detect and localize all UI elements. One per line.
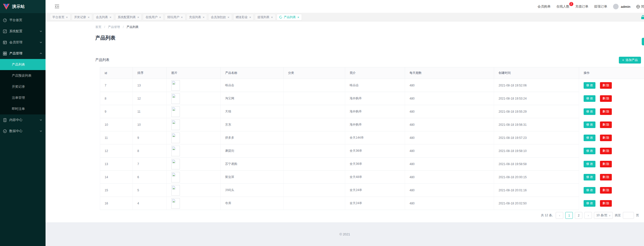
cell-sort: 8 xyxy=(133,144,167,158)
edit-button[interactable]: 修 改 xyxy=(584,121,595,128)
close-icon[interactable]: × xyxy=(159,16,161,19)
edit-button[interactable]: 修 改 xyxy=(584,135,595,141)
tab[interactable]: 平台首页 × xyxy=(50,14,70,20)
close-icon[interactable]: × xyxy=(271,16,273,19)
menu-fold-icon[interactable] xyxy=(55,5,59,8)
col-header-created: 创建时间 xyxy=(494,67,579,79)
add-product-button[interactable]: + 添加产品 xyxy=(619,57,641,64)
delete-button[interactable]: 删 除 xyxy=(600,161,612,167)
sidebar-item-label: 内容中心 xyxy=(9,118,40,122)
tab[interactable]: 会员加扣款 × xyxy=(208,14,232,20)
close-icon[interactable]: × xyxy=(249,16,251,19)
sidebar-item-platform-home[interactable]: 平台首页 xyxy=(0,15,46,26)
cell-image xyxy=(167,118,221,131)
caret-down-icon: ∨ xyxy=(609,214,611,217)
sidebar-item-label: 系统配置 xyxy=(9,29,40,34)
delete-button[interactable]: 删 除 xyxy=(600,108,612,115)
tab[interactable]: 赠送彩金 × xyxy=(233,14,254,20)
delete-button[interactable]: 删 除 xyxy=(600,174,612,180)
close-icon[interactable]: × xyxy=(227,16,229,19)
tab[interactable]: 陪玩用户 × xyxy=(165,14,185,20)
prev-page-button[interactable]: ‹ xyxy=(556,212,563,219)
sidebar-item-data-center[interactable]: 数据中心 xyxy=(0,126,46,137)
breadcrumb-product-management[interactable]: 产品管理 xyxy=(108,25,120,29)
delete-button[interactable]: 删 除 xyxy=(600,121,612,128)
delete-button[interactable]: 删 除 xyxy=(600,200,612,207)
sidebar-item-label: 会员管理 xyxy=(9,40,40,45)
breadcrumb-home[interactable]: 首页 xyxy=(95,25,101,29)
nav-label: 在线人数 xyxy=(556,5,570,8)
broken-image-icon xyxy=(172,81,175,85)
edit-button[interactable]: 修 改 xyxy=(584,95,595,102)
sidebar-item-member-management[interactable]: 会员管理 xyxy=(0,37,46,48)
sidebar-item-product-management[interactable]: 产品管理 xyxy=(0,48,46,59)
jump-suffix: 页 xyxy=(636,213,639,218)
tab[interactable]: 产品列表 × xyxy=(277,14,302,20)
sidebar-subitem-realtime-bets[interactable]: 即时注单 xyxy=(0,103,46,114)
cell-periods: 480 xyxy=(405,184,494,197)
sidebar-subitem-lottery-records[interactable]: 开奖记录 xyxy=(0,81,46,92)
page-size-select[interactable]: 10 条/页 ∨ xyxy=(594,212,613,219)
edit-button[interactable]: 修 改 xyxy=(584,108,595,115)
card-header: 产品列表 + 添加产品 xyxy=(95,56,641,64)
tab-label: 产品列表 xyxy=(284,15,296,19)
close-icon[interactable]: × xyxy=(109,16,111,19)
settings-drawer-handle[interactable] xyxy=(642,38,644,45)
edit-button[interactable]: 修 改 xyxy=(584,82,595,89)
table-row: 13 7 苏宁易购 全天36单 480 2021-08-18 19:58:58 … xyxy=(100,158,644,171)
tab[interactable]: 在线用户 × xyxy=(143,14,164,20)
edit-button[interactable]: 修 改 xyxy=(584,187,595,194)
edit-button[interactable]: 修 改 xyxy=(584,161,595,167)
nav-online-users[interactable]: 在线人数2 xyxy=(556,4,570,9)
sidebar-subitem-bet-management[interactable]: 注单管理 xyxy=(0,92,46,103)
edit-button[interactable]: 修 改 xyxy=(584,174,595,180)
chevron-down-icon xyxy=(40,42,42,43)
tab[interactable]: 提现列表 × xyxy=(255,14,275,20)
broken-image-icon xyxy=(172,160,175,163)
page-button-2[interactable]: 2 xyxy=(575,212,582,219)
cell-sort: 5 xyxy=(133,184,167,197)
nav-member-orders[interactable]: 会员购单 xyxy=(538,4,551,9)
cell-periods: 480 xyxy=(405,131,494,144)
cell-intro: 海外购单 xyxy=(345,118,405,131)
username[interactable]: admin xyxy=(621,5,630,9)
lock-icon[interactable] xyxy=(640,15,644,20)
edit-button[interactable]: 修 改 xyxy=(584,200,595,207)
sidebar-item-content-center[interactable]: 内容中心 xyxy=(0,114,46,126)
table-row: 9 11 天猫 海外购单 480 2021-08-18 19:55:29 修 改… xyxy=(100,105,644,118)
tab[interactable]: 会员列表 × xyxy=(93,14,114,20)
page-title: 产品列表 xyxy=(95,34,644,41)
cell-name: 蘑菇街 xyxy=(221,144,284,158)
jump-page-input[interactable] xyxy=(623,212,634,219)
tab[interactable]: 充值列表 × xyxy=(187,14,207,20)
tab[interactable]: 开奖记录 × xyxy=(72,14,92,20)
cell-category xyxy=(284,92,345,105)
close-icon[interactable]: × xyxy=(88,16,90,19)
delete-button[interactable]: 删 除 xyxy=(600,187,612,194)
sidebar-subitem-product-list[interactable]: 产品列表 xyxy=(0,59,46,70)
close-icon[interactable]: × xyxy=(66,16,68,19)
close-icon[interactable]: × xyxy=(137,16,139,19)
delete-button[interactable]: 删 除 xyxy=(600,95,612,102)
avatar[interactable] xyxy=(613,4,619,9)
nav-recharge-orders[interactable]: 充值订单 xyxy=(575,4,588,9)
sidebar-item-system-config[interactable]: 系统配置 xyxy=(0,26,46,37)
edit-button[interactable]: 修 改 xyxy=(584,148,595,154)
cell-image xyxy=(167,158,221,171)
page-button-1[interactable]: 1 xyxy=(565,212,573,219)
cell-id: 15 xyxy=(100,184,133,197)
delete-button[interactable]: 删 除 xyxy=(600,82,612,89)
language-switcher[interactable]: 简体中文 xyxy=(636,4,644,9)
cell-id: 11 xyxy=(100,131,133,144)
col-header-name: 产品名称 xyxy=(221,67,284,79)
delete-button[interactable]: 删 除 xyxy=(600,135,612,141)
next-page-button[interactable]: › xyxy=(584,212,592,219)
close-icon[interactable]: × xyxy=(181,16,183,19)
sidebar-subitem-product-preset-list[interactable]: 产品预设列表 xyxy=(0,70,46,81)
tab[interactable]: 系统配置列表 × xyxy=(115,14,142,20)
product-image-placeholder xyxy=(171,146,180,156)
delete-button[interactable]: 删 除 xyxy=(600,148,612,154)
close-icon[interactable]: × xyxy=(297,16,299,19)
nav-withdraw-orders[interactable]: 提现订单 xyxy=(594,4,607,9)
close-icon[interactable]: × xyxy=(203,16,205,19)
